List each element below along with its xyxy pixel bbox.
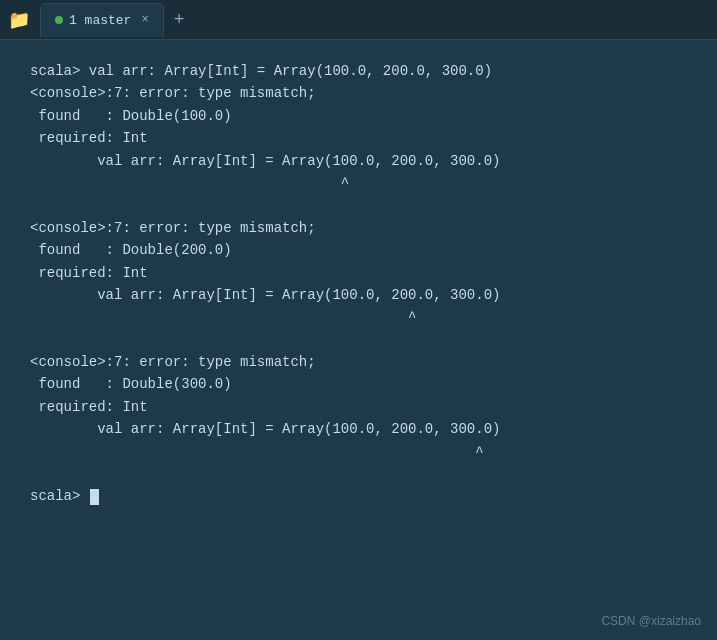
terminal-line: <console>:7: error: type mismatch;	[30, 82, 687, 104]
terminal-line: required: Int	[30, 262, 687, 284]
terminal-body: scala> val arr: Array[Int] = Array(100.0…	[0, 40, 717, 640]
tab-label: 1 master	[69, 13, 131, 28]
terminal-line: ^	[30, 306, 687, 328]
terminal-line: required: Int	[30, 127, 687, 149]
terminal-line: val arr: Array[Int] = Array(100.0, 200.0…	[30, 284, 687, 306]
terminal-line: ^	[30, 441, 687, 463]
terminal-line: <console>:7: error: type mismatch;	[30, 351, 687, 373]
terminal-line: scala>	[30, 485, 687, 507]
terminal-line: <console>:7: error: type mismatch;	[30, 217, 687, 239]
terminal-line	[30, 329, 687, 351]
prompt-text: scala>	[30, 488, 89, 504]
terminal-line: found : Double(200.0)	[30, 239, 687, 261]
tab-close-icon[interactable]: ×	[141, 13, 148, 27]
terminal-line: ^	[30, 172, 687, 194]
tab-bar: 📁 1 master × +	[0, 0, 717, 40]
code-output: scala> val arr: Array[Int] = Array(100.0…	[30, 60, 687, 508]
new-tab-button[interactable]: +	[168, 11, 191, 29]
cursor	[90, 489, 99, 505]
tab-status-dot	[55, 16, 63, 24]
terminal-line: val arr: Array[Int] = Array(100.0, 200.0…	[30, 418, 687, 440]
terminal-line	[30, 194, 687, 216]
terminal-line: scala> val arr: Array[Int] = Array(100.0…	[30, 60, 687, 82]
terminal-line: found : Double(300.0)	[30, 373, 687, 395]
folder-icon[interactable]: 📁	[8, 9, 30, 31]
tab-master[interactable]: 1 master ×	[40, 3, 164, 37]
watermark: CSDN @xizaizhao	[601, 614, 701, 628]
terminal-line: required: Int	[30, 396, 687, 418]
terminal-line	[30, 463, 687, 485]
terminal-line: val arr: Array[Int] = Array(100.0, 200.0…	[30, 150, 687, 172]
terminal-line: found : Double(100.0)	[30, 105, 687, 127]
